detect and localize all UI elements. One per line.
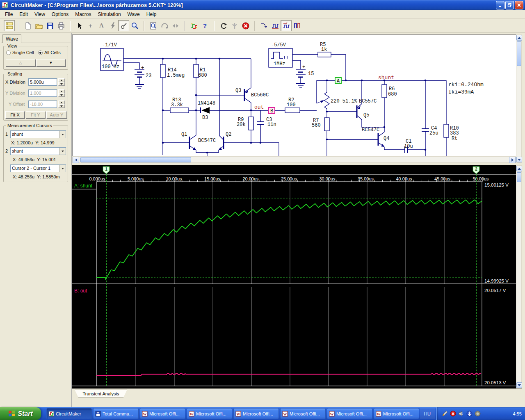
step-tool-button[interactable] bbox=[229, 20, 240, 31]
tab-transient-analysis[interactable]: Transient Analysis bbox=[75, 390, 127, 397]
volume-tray-icon[interactable] bbox=[458, 411, 464, 417]
open-file-button[interactable] bbox=[33, 20, 44, 31]
reset-simulation-button[interactable] bbox=[218, 20, 229, 31]
title-bar[interactable]: CircuitMaker - [C:\Program Files\...\sor… bbox=[0, 0, 525, 10]
text-tool-button[interactable]: A bbox=[96, 20, 107, 31]
schematic-pane[interactable]: -1/1V 100 Hz + 23 R14 1.5meg R1 680 R13 … bbox=[72, 34, 516, 156]
cell-up-button[interactable]: △ bbox=[6, 59, 35, 66]
menu-help[interactable]: Help bbox=[143, 10, 160, 18]
taskbar-item-office-3[interactable]: W Microsoft Offi... bbox=[233, 408, 279, 419]
menu-macros[interactable]: Macros bbox=[72, 10, 94, 18]
save-button[interactable] bbox=[44, 20, 55, 31]
taskbar-item-total-commander[interactable]: Total Comma... bbox=[93, 408, 139, 419]
tab-wave[interactable]: Wave bbox=[2, 34, 21, 43]
resistor-r9[interactable] bbox=[249, 117, 253, 130]
cursor2-dropdown-arrow[interactable] bbox=[59, 148, 66, 155]
cell-down-button[interactable]: ▼ bbox=[36, 59, 66, 66]
select-arrow-tool-button[interactable] bbox=[74, 20, 85, 31]
taskbar-item-office-1[interactable]: W Microsoft Offi... bbox=[140, 408, 185, 419]
pen-tablet-tray-icon[interactable] bbox=[442, 411, 448, 417]
capacitor-c4[interactable] bbox=[422, 80, 429, 156]
resistor-r7[interactable] bbox=[324, 118, 329, 131]
resistor-r6[interactable] bbox=[382, 84, 387, 98]
bluetooth-tray-icon[interactable] bbox=[466, 411, 472, 417]
taskbar-item-circuitmaker[interactable]: CircuitMaker bbox=[46, 408, 92, 419]
waveform-vscrollbar[interactable] bbox=[516, 165, 522, 388]
wire-tool-button[interactable]: + bbox=[85, 20, 96, 31]
transient-scope-button[interactable] bbox=[281, 20, 292, 31]
new-file-button[interactable] bbox=[22, 20, 33, 31]
analog-scope-button[interactable] bbox=[269, 20, 281, 31]
y-offset-spinner[interactable] bbox=[58, 100, 65, 108]
stop-simulation-button[interactable] bbox=[240, 20, 251, 31]
schematic-hscrollbar[interactable] bbox=[72, 156, 516, 163]
resistor-r10[interactable] bbox=[444, 124, 449, 137]
resistor-r13[interactable] bbox=[170, 108, 189, 113]
schematic-hscroll-thumb[interactable] bbox=[80, 157, 191, 162]
cursor-diff-dropdown-arrow[interactable] bbox=[59, 165, 66, 172]
delete-tool-button[interactable] bbox=[107, 20, 118, 31]
scroll-left-button[interactable] bbox=[73, 157, 79, 163]
channel-a-label[interactable]: A: shunt bbox=[74, 183, 93, 189]
radio-single-cell[interactable]: Single Cell bbox=[6, 50, 34, 55]
waveform-pane[interactable]: 0.000us 5.000us 10.00us 15.00us 20.00us … bbox=[72, 165, 516, 388]
schematic-vscrollbar[interactable] bbox=[516, 34, 522, 163]
menu-wave[interactable]: Wave bbox=[124, 10, 143, 18]
scroll-up-button[interactable] bbox=[516, 35, 522, 41]
mixed-mode-simulation-button[interactable] bbox=[188, 20, 199, 31]
schematic-vscroll-thumb[interactable] bbox=[517, 41, 521, 66]
y-division-input[interactable]: 1.000 bbox=[28, 89, 57, 97]
capacitor-c3[interactable] bbox=[257, 110, 264, 143]
resistor-r14[interactable] bbox=[160, 64, 165, 78]
restore-button[interactable] bbox=[505, 1, 514, 9]
dc-analysis-button[interactable] bbox=[258, 20, 269, 31]
x-division-input[interactable]: 5.000u bbox=[28, 78, 57, 86]
cursor1-dropdown-arrow[interactable] bbox=[59, 131, 66, 138]
close-button[interactable] bbox=[515, 1, 523, 9]
print-button[interactable] bbox=[55, 20, 66, 31]
rotate-button[interactable] bbox=[159, 20, 170, 31]
x-division-spinner[interactable] bbox=[58, 78, 65, 86]
security-alert-tray-icon[interactable] bbox=[450, 411, 456, 417]
menu-options[interactable]: Options bbox=[48, 10, 72, 18]
cursor1-signal-select[interactable]: shunt bbox=[10, 130, 66, 138]
scaling-groupbox: Scaling X Division 5.000u Y Division 1.0… bbox=[3, 74, 68, 121]
menu-view[interactable]: View bbox=[31, 10, 48, 18]
waveform-vscroll-thumb[interactable] bbox=[517, 172, 521, 182]
probe-tool-button[interactable] bbox=[118, 20, 129, 31]
y-division-spinner[interactable] bbox=[58, 89, 65, 97]
y-offset-input[interactable]: -18.00 bbox=[28, 100, 57, 108]
cursor-diff-select[interactable]: Cursor 2 - Cursor 1 bbox=[10, 164, 66, 172]
transistor-q4[interactable] bbox=[327, 132, 405, 150]
utility-tray-icon[interactable] bbox=[475, 411, 481, 417]
print-preview-button[interactable] bbox=[148, 20, 159, 31]
taskbar-item-office-6[interactable]: W Microsoft Offi... bbox=[374, 408, 419, 419]
transistor-q2[interactable] bbox=[219, 59, 279, 153]
menu-simulation[interactable]: Simulation bbox=[95, 10, 124, 18]
help-button[interactable]: ? bbox=[199, 20, 210, 31]
scroll-right-button[interactable] bbox=[509, 157, 516, 163]
menu-edit[interactable]: Edit bbox=[16, 10, 31, 18]
start-button[interactable]: Start bbox=[0, 407, 41, 420]
menu-file[interactable]: File bbox=[2, 10, 16, 18]
minimize-button[interactable] bbox=[496, 1, 504, 9]
taskbar-item-office-4[interactable]: W Microsoft Offi... bbox=[280, 408, 326, 419]
wave-scroll-up-button[interactable] bbox=[516, 166, 522, 171]
digital-scope-button[interactable] bbox=[292, 20, 303, 31]
fit-x-button[interactable]: Fit X bbox=[5, 111, 25, 119]
fit-y-button[interactable]: Fit Y bbox=[26, 111, 45, 119]
language-indicator[interactable]: HU bbox=[420, 408, 435, 419]
mirror-button[interactable] bbox=[170, 20, 181, 31]
cursor2-signal-select[interactable]: shunt bbox=[10, 147, 66, 155]
resistor-r5[interactable] bbox=[318, 52, 331, 57]
scroll-down-button[interactable] bbox=[516, 157, 522, 162]
component-browser-button[interactable] bbox=[4, 20, 15, 31]
zoom-tool-button[interactable] bbox=[129, 20, 140, 31]
radio-all-cells[interactable]: All Cells bbox=[38, 50, 61, 55]
wave-scroll-down-button[interactable] bbox=[516, 382, 522, 388]
channel-b-label[interactable]: B: out bbox=[74, 288, 87, 294]
taskbar-item-office-2[interactable]: W Microsoft Offi... bbox=[187, 408, 232, 419]
auto-y-button[interactable]: Auto Y bbox=[46, 111, 67, 119]
taskbar-item-office-5[interactable]: W Microsoft Offi... bbox=[327, 408, 372, 419]
resistor-r2[interactable] bbox=[285, 108, 300, 113]
